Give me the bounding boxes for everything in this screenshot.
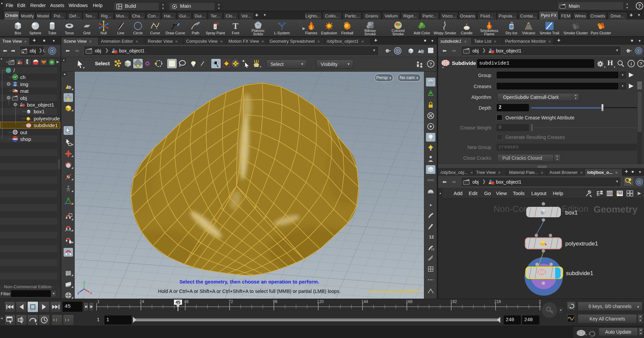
svg-text:subdivide1: subdivide1 [566, 270, 593, 276]
svg-text:+: + [10, 62, 11, 65]
svg-text:polyextrude1: polyextrude1 [565, 240, 598, 247]
svg-text:S: S [214, 26, 216, 28]
svg-text:T: T [232, 21, 238, 31]
svg-text:◆: ◆ [22, 51, 24, 53]
svg-text:?: ? [638, 3, 641, 9]
svg-text:box1: box1 [565, 210, 578, 216]
svg-text:12: 12 [429, 234, 434, 239]
svg-text:*: * [242, 59, 245, 66]
svg-text:z: z [77, 291, 79, 295]
svg-text:?: ? [640, 61, 642, 66]
svg-text:12: 12 [431, 248, 434, 251]
svg-text:Geometry: Geometry [594, 204, 638, 215]
svg-text:x: x [90, 291, 92, 295]
svg-text:y: y [83, 281, 85, 284]
svg-text:?: ? [429, 62, 432, 67]
svg-text:i: i [631, 61, 632, 66]
